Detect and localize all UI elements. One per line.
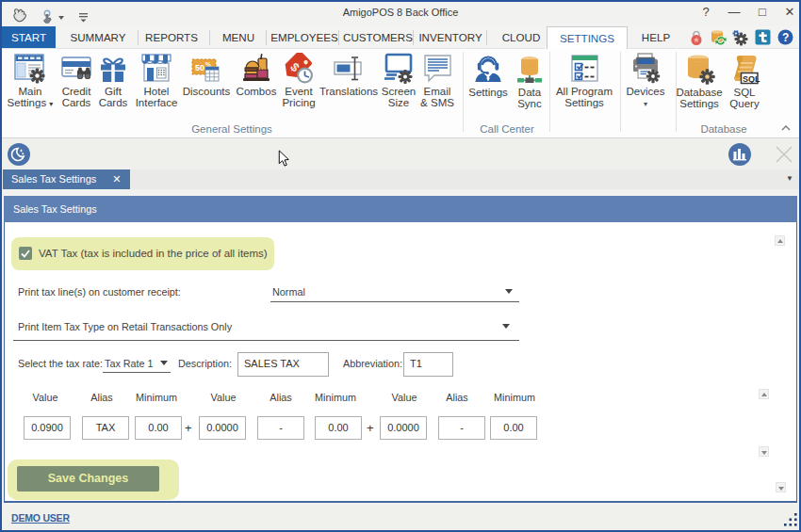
svg-text:50: 50 <box>195 63 204 73</box>
svg-text:SQL: SQL <box>743 74 760 84</box>
svg-text:?: ? <box>782 31 789 44</box>
